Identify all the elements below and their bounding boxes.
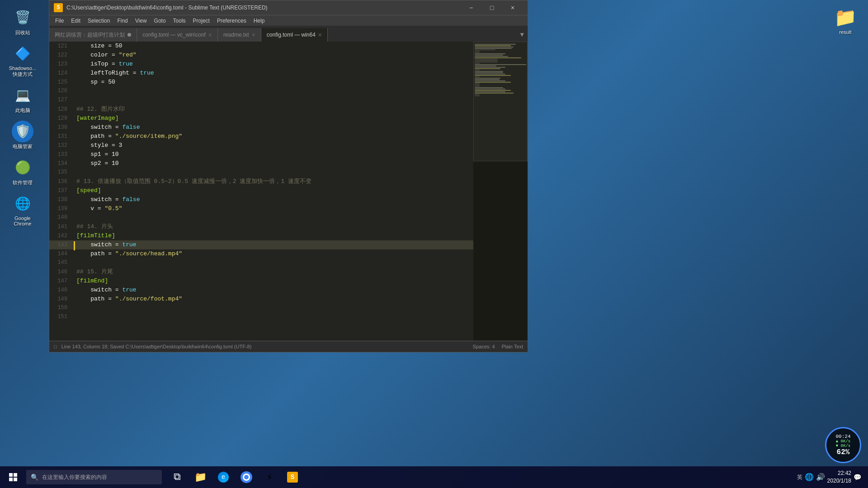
code-line-121: 121 size = 50 xyxy=(49,42,473,51)
code-line-133: 133 sp1 = 10 xyxy=(49,150,473,159)
softmgr-icon: 🟢 xyxy=(12,157,33,178)
status-right: Spaces: 4 Plain Text xyxy=(473,344,523,349)
desktop-icon-softmgr[interactable]: 🟢 软件管理 xyxy=(5,155,41,188)
code-line-145: 145 xyxy=(49,258,473,267)
tray-notification-icon[interactable]: 💬 xyxy=(854,474,861,481)
svg-rect-3 xyxy=(14,478,17,481)
start-button[interactable] xyxy=(2,466,24,488)
code-line-136: 136 # 13. 倍速播放（取值范围 0.5~2）0.5 速度减慢一倍，2 速… xyxy=(49,177,473,186)
menu-selection[interactable]: Selection xyxy=(84,15,113,26)
taskbar-chrome[interactable] xyxy=(236,466,257,488)
menu-view[interactable]: View xyxy=(132,15,151,26)
tray-ime[interactable]: 英 xyxy=(797,474,802,481)
tab-close-readme[interactable]: × xyxy=(252,31,255,38)
desktop-icon-mypc[interactable]: 💻 此电脑 xyxy=(5,82,41,116)
desktop-icon-chrome[interactable]: 🌐 GoogleChrome xyxy=(5,191,41,229)
desktop-icon-result[interactable]: 📁 result xyxy=(827,5,863,37)
code-line-128: 128 ## 12. 图片水印 xyxy=(49,105,473,114)
minimap[interactable] xyxy=(473,42,528,341)
status-spaces[interactable]: Spaces: 4 xyxy=(473,344,495,349)
tab-config-vc[interactable]: config.toml — vc_win\conf × xyxy=(137,28,218,42)
status-filetype[interactable]: Plain Text xyxy=(502,344,524,349)
code-line-129: 129 [waterImage] xyxy=(49,114,473,123)
code-line-124: 124 leftToRight = true xyxy=(49,69,473,78)
window-controls: − □ × xyxy=(461,0,523,15)
result-label: result xyxy=(840,29,852,35)
result-icon: 📁 xyxy=(835,7,856,28)
search-placeholder-text: 在这里输入你要搜索的内容 xyxy=(42,474,107,481)
tab-modified-dot xyxy=(127,33,131,37)
maximize-button[interactable]: □ xyxy=(481,0,502,15)
code-line-135: 135 xyxy=(49,168,473,177)
code-line-137: 137 [speed] xyxy=(49,186,473,195)
chrome-label: GoogleChrome xyxy=(14,216,31,226)
taskbar: 🔍 在这里输入你要搜索的内容 ⧉ 📁 e ⚡ xyxy=(0,466,868,488)
taskbar-task-view[interactable]: ⧉ xyxy=(166,466,188,488)
menu-help[interactable]: Help xyxy=(250,15,269,26)
code-line-144: 144 path = "./source/head.mp4" xyxy=(49,249,473,258)
code-content[interactable]: 121 size = 50 122 color = "red" 123 isTo… xyxy=(49,42,473,341)
code-line-134: 134 sp2 = 10 xyxy=(49,159,473,168)
status-position: Line 143, Column 18; Saved C:\Users\adti… xyxy=(61,344,252,349)
clock[interactable]: 22:42 2020/1/18 xyxy=(827,469,851,485)
tab-config-win64[interactable]: config.toml — win64 × xyxy=(261,28,328,42)
minimize-button[interactable]: − xyxy=(461,0,481,15)
tab-readme[interactable]: readme.txt × xyxy=(218,28,261,42)
shadow-icon: 🔷 xyxy=(12,43,33,65)
net-time: 00:24 xyxy=(835,434,850,439)
close-button[interactable]: × xyxy=(502,0,523,15)
menu-project[interactable]: Project xyxy=(189,15,213,26)
menu-preferences[interactable]: Preferences xyxy=(213,15,250,26)
taskbar-search[interactable]: 🔍 在这里输入你要搜索的内容 xyxy=(26,470,162,484)
taskbar-file-explorer[interactable]: 📁 xyxy=(189,466,211,488)
network-speed-widget: 00:24 ▲ 0K/s ▼ 0K/s 62% xyxy=(825,427,861,463)
pcmanager-label: 电脑管家 xyxy=(13,143,33,150)
battery-percent: 62% xyxy=(837,448,850,456)
desktop-icon-recycle[interactable]: 🗑️ 回收站 xyxy=(5,5,41,38)
svg-rect-0 xyxy=(9,473,13,477)
code-line-149: 149 path = "./source/foot.mp4" xyxy=(49,295,473,304)
tray-volume-icon: 🔊 xyxy=(816,473,825,482)
file-explorer-icon: 📁 xyxy=(194,471,207,483)
desktop-icon-shadow[interactable]: 🔷 Shadowso...快捷方式 xyxy=(5,41,41,80)
code-line-126: 126 xyxy=(49,87,473,96)
tabs-dropdown-arrow[interactable]: ▼ xyxy=(517,28,528,42)
tab-close-vc[interactable]: × xyxy=(208,31,212,38)
code-line-141: 141 ## 14. 片头 xyxy=(49,222,473,231)
code-line-130: 130 switch = false xyxy=(49,123,473,132)
code-lines: 121 size = 50 122 color = "red" 123 isTo… xyxy=(49,42,473,322)
menu-find[interactable]: Find xyxy=(113,15,131,26)
menu-bar: File Edit Selection Find View Goto Tools… xyxy=(49,15,528,26)
taskbar-thunder[interactable]: ⚡ xyxy=(259,466,280,488)
sublime-window: S C:\Users\adtiger\Desktop\build\win64\c… xyxy=(49,0,528,352)
search-icon: 🔍 xyxy=(31,474,38,481)
menu-file[interactable]: File xyxy=(52,15,67,26)
code-line-122: 122 color = "red" xyxy=(49,51,473,60)
taskbar-sublime[interactable]: S xyxy=(282,466,303,488)
tab-training[interactable]: 网红训练营：超级IP打造计划 xyxy=(49,28,137,42)
recycle-label: 回收站 xyxy=(15,29,30,36)
code-line-140: 140 xyxy=(49,213,473,222)
menu-edit[interactable]: Edit xyxy=(67,15,84,26)
tray-network-icon: 🌐 xyxy=(805,473,814,482)
status-encoding-icon: □ xyxy=(54,344,57,349)
code-line-148: 148 switch = true xyxy=(49,286,473,295)
clock-time: 22:42 xyxy=(827,469,851,477)
menu-tools[interactable]: Tools xyxy=(170,15,189,26)
status-bar: □ Line 143, Column 18; Saved C:\Users\ad… xyxy=(49,341,528,352)
code-line-127: 127 xyxy=(49,96,473,105)
clock-date: 2020/1/18 xyxy=(827,477,851,485)
tab-close-win64[interactable]: × xyxy=(318,31,322,38)
code-line-142: 142 [filmTitle] xyxy=(49,231,473,240)
mypc-icon: 💻 xyxy=(12,84,33,106)
sublime-taskbar-icon: S xyxy=(287,472,298,483)
svg-rect-1 xyxy=(14,473,17,477)
download-speed: ▼ 0K/s xyxy=(836,444,850,448)
desktop-icons-left: 🗑️ 回收站 🔷 Shadowso...快捷方式 💻 此电脑 🛡️ 电脑管家 🟢… xyxy=(0,0,45,488)
taskbar-edge[interactable]: e xyxy=(212,466,234,488)
desktop-icon-pcmanager[interactable]: 🛡️ 电脑管家 xyxy=(5,118,41,152)
mypc-label: 此电脑 xyxy=(15,107,30,114)
code-line-138: 138 switch = false xyxy=(49,195,473,204)
desktop: 🗑️ 回收站 🔷 Shadowso...快捷方式 💻 此电脑 🛡️ 电脑管家 🟢… xyxy=(0,0,868,488)
menu-goto[interactable]: Goto xyxy=(151,15,170,26)
